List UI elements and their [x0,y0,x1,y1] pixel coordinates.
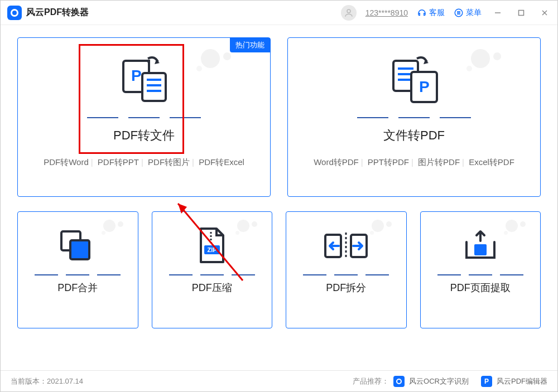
recommend-label: 产品推荐： [353,376,389,386]
footer: 当前版本： 2021.07.14 产品推荐： 风云OCR文字识别 P 风云PDF… [1,370,557,391]
app-window: 风云PDF转换器 123****8910 客服 菜单 [0,0,558,392]
card-title: 文件转PDF [383,127,445,144]
version-label: 当前版本： [11,376,47,386]
maximize-icon [517,9,525,17]
file-to-pdf-icon: P [383,52,445,108]
minimize-button[interactable] [490,6,505,20]
svg-rect-6 [519,10,524,15]
editor-icon: P [481,376,492,387]
divider [87,117,201,118]
card-title: PDF合并 [57,281,98,294]
card-pdf-to-file[interactable]: 热门功能 P PDF转文件 [17,37,271,197]
card-title: PDF转文件 [113,127,175,144]
user-id-link[interactable]: 123****8910 [365,8,408,17]
recommend-link-ocr[interactable]: 风云OCR文字识别 [409,376,469,386]
fmt-link[interactable]: 图片转PDF [417,157,461,167]
merge-icon [57,224,98,268]
pdf-to-file-icon: P [113,52,175,108]
subformats-pdf-to-file: PDF转Word| PDF转PPT| PDF转图片| PDF转Excel [42,157,246,168]
split-icon [321,224,371,268]
menu-label: 菜单 [466,8,482,18]
headset-icon [417,8,427,18]
close-button[interactable] [537,6,552,20]
row-top: 热门功能 P PDF转文件 [17,37,541,197]
svg-point-32 [397,379,401,384]
titlebar: 风云PDF转换器 123****8910 客服 菜单 [1,1,557,25]
svg-text:P: P [131,67,142,84]
svg-rect-22 [70,240,89,259]
version-value: 2021.07.14 [47,377,83,385]
app-logo-icon [7,6,22,20]
card-title: PDF拆分 [326,281,366,294]
card-title: PDF压缩 [192,281,232,294]
fmt-link[interactable]: PDF转图片 [147,157,191,167]
svg-text:P: P [419,78,430,95]
support-label: 客服 [429,8,445,18]
support-button[interactable]: 客服 [417,8,445,18]
card-pdf-extract[interactable]: PDF页面提取 [420,211,541,328]
minimize-icon [494,9,502,17]
row-bottom: PDF合并 ZIP PDF压缩 [17,211,541,328]
close-icon [541,9,549,17]
menu-button[interactable]: 菜单 [454,8,482,18]
divider [437,274,523,275]
svg-point-0 [347,9,350,13]
divider [357,117,471,118]
divider [303,274,389,275]
card-file-to-pdf[interactable]: P 文件转PDF Word转PDF| PPT转PDF| 图片转PDF| Exce… [287,37,541,197]
menu-icon [454,8,464,18]
avatar-icon[interactable] [341,5,357,21]
main-area: 热门功能 P PDF转文件 [1,25,557,370]
divider [169,274,255,275]
titlebar-right: 123****8910 客服 菜单 [341,5,552,21]
fmt-link[interactable]: Excel转PDF [468,157,516,167]
fmt-link[interactable]: PDF转Excel [198,157,246,167]
app-title: 风云PDF转换器 [26,7,89,18]
fmt-link[interactable]: PPT转PDF [367,157,410,167]
card-title: PDF页面提取 [450,281,511,294]
fmt-link[interactable]: PDF转PPT [97,157,140,167]
subformats-file-to-pdf: Word转PDF| PPT转PDF| 图片转PDF| Excel转PDF [312,157,516,168]
svg-rect-11 [142,73,166,101]
recommend-link-editor[interactable]: 风云PDF编辑器 [497,376,547,386]
ocr-icon [393,376,405,387]
card-pdf-merge[interactable]: PDF合并 [17,211,138,328]
fmt-link[interactable]: PDF转Word [42,157,90,167]
card-pdf-compress[interactable]: ZIP PDF压缩 [152,211,273,328]
fmt-link[interactable]: Word转PDF [312,157,360,167]
svg-rect-29 [474,244,487,255]
card-pdf-split[interactable]: PDF拆分 [286,211,407,328]
divider [35,274,121,275]
extract-icon [461,224,500,268]
compress-icon: ZIP [194,224,230,268]
footer-recommend: 产品推荐： 风云OCR文字识别 P 风云PDF编辑器 [353,376,547,387]
maximize-button[interactable] [514,6,528,20]
svg-text:ZIP: ZIP [207,246,217,253]
